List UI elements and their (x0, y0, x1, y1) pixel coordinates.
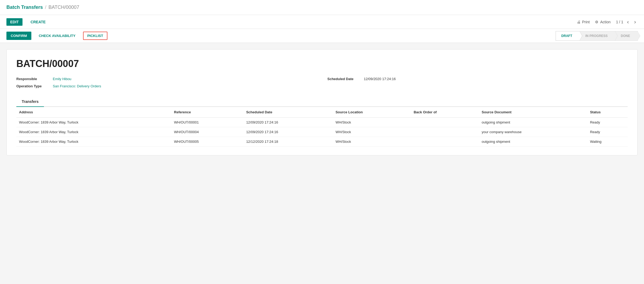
table-cell-1: WH/OUT/00004 (171, 127, 244, 137)
print-button[interactable]: Print (577, 20, 590, 24)
main-content: BATCH/00007 Responsible Emily Hibou Sche… (0, 43, 644, 162)
print-icon (577, 20, 581, 24)
table-header-row: Address Reference Scheduled Date Source … (16, 107, 628, 118)
status-pipeline: DRAFT IN PROGRESS DONE (556, 31, 638, 41)
table-cell-6: Ready (587, 118, 628, 127)
table-cell-0: WoodCorner: 1839 Arbor Way, Turlock (16, 137, 171, 147)
table-row[interactable]: WoodCorner: 1839 Arbor Way, TurlockWH/OU… (16, 118, 628, 127)
breadcrumb-current: BATCH/00007 (48, 5, 79, 10)
col-scheduled-date: Scheduled Date (244, 107, 333, 118)
pipeline-step-in-progress[interactable]: IN PROGRESS (580, 31, 615, 41)
col-address: Address (16, 107, 171, 118)
action-label: Action (600, 20, 611, 24)
toolbar: EDIT CREATE Print Action 1 / 1 (0, 15, 644, 29)
toolbar-actions: Print Action 1 / 1 (577, 18, 638, 25)
table-cell-2: 12/09/2020 17:24:16 (244, 127, 333, 137)
picklist-button[interactable]: PICKLIST (83, 32, 107, 40)
check-availability-button[interactable]: CHECK AVAILABILITY (35, 32, 80, 40)
col-reference: Reference (171, 107, 244, 118)
action-bar: CONFIRM CHECK AVAILABILITY PICKLIST DRAF… (0, 29, 644, 43)
chevron-right-icon (634, 20, 636, 24)
table-cell-2: 12/09/2020 17:24:16 (244, 118, 333, 127)
confirm-button[interactable]: CONFIRM (6, 32, 31, 40)
table-cell-6: Ready (587, 127, 628, 137)
scheduled-date-field: Scheduled Date 12/09/2020 17:24:16 (327, 77, 628, 81)
table-cell-4 (411, 137, 479, 147)
edit-button[interactable]: EDIT (6, 18, 23, 26)
pipeline-steps: DRAFT IN PROGRESS DONE (556, 31, 638, 41)
pagination-text: 1 / 1 (616, 20, 623, 24)
col-back-order-of: Back Order of (411, 107, 479, 118)
pipeline-step-done[interactable]: DONE (615, 31, 638, 41)
next-page-button[interactable] (632, 18, 638, 25)
responsible-label: Responsible (16, 77, 48, 81)
table-cell-1: WH/OUT/00001 (171, 118, 244, 127)
table-cell-6: Waiting (587, 137, 628, 147)
table-cell-4 (411, 118, 479, 127)
operation-type-value[interactable]: San Francisco: Delivery Orders (53, 84, 101, 88)
table-cell-3: WH/Stock (333, 127, 411, 137)
pagination: 1 / 1 (616, 18, 638, 25)
print-label: Print (582, 20, 590, 24)
chevron-left-icon (627, 20, 629, 24)
responsible-value[interactable]: Emily Hibou (53, 77, 71, 81)
form-fields: Responsible Emily Hibou Scheduled Date 1… (16, 77, 628, 88)
breadcrumb-separator: / (45, 5, 46, 10)
table-cell-3: WH/Stock (333, 137, 411, 147)
form-card: BATCH/00007 Responsible Emily Hibou Sche… (6, 49, 638, 155)
operation-type-field: Operation Type San Francisco: Delivery O… (16, 84, 317, 88)
table-cell-0: WoodCorner: 1839 Arbor Way, Turlock (16, 127, 171, 137)
table-cell-4 (411, 127, 479, 137)
table-cell-0: WoodCorner: 1839 Arbor Way, Turlock (16, 118, 171, 127)
table-cell-5: outgoing shipment (479, 118, 587, 127)
operation-type-label: Operation Type (16, 84, 48, 88)
table-cell-3: WH/Stock (333, 118, 411, 127)
pipeline-step-draft[interactable]: DRAFT (556, 31, 580, 41)
action-button[interactable]: Action (595, 20, 611, 24)
batch-number: BATCH/00007 (16, 58, 628, 69)
tabs-container: Transfers (16, 97, 628, 107)
gear-icon (595, 20, 598, 24)
table-row[interactable]: WoodCorner: 1839 Arbor Way, TurlockWH/OU… (16, 127, 628, 137)
table-cell-5: your company warehouse (479, 127, 587, 137)
scheduled-date-value: 12/09/2020 17:24:16 (364, 77, 396, 81)
scheduled-date-label: Scheduled Date (327, 77, 360, 81)
breadcrumb: Batch Transfers / BATCH/00007 (6, 5, 79, 10)
transfers-table: Address Reference Scheduled Date Source … (16, 107, 628, 147)
prev-page-button[interactable] (626, 18, 631, 25)
breadcrumb-parent[interactable]: Batch Transfers (6, 5, 43, 10)
col-source-location: Source Location (333, 107, 411, 118)
top-bar: Batch Transfers / BATCH/00007 (0, 0, 644, 15)
create-button[interactable]: CREATE (27, 18, 50, 26)
responsible-field: Responsible Emily Hibou (16, 77, 317, 81)
col-status: Status (587, 107, 628, 118)
table-cell-5: outgoing shipment (479, 137, 587, 147)
tab-transfers[interactable]: Transfers (16, 97, 44, 107)
table-cell-2: 12/12/2020 17:24:18 (244, 137, 333, 147)
table-cell-1: WH/OUT/00005 (171, 137, 244, 147)
col-source-document: Source Document (479, 107, 587, 118)
table-row[interactable]: WoodCorner: 1839 Arbor Way, TurlockWH/OU… (16, 137, 628, 147)
